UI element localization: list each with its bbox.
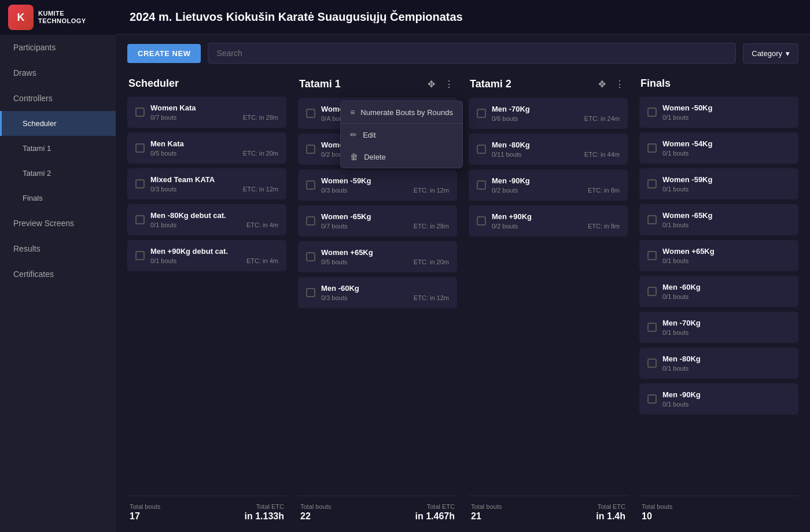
card-name: Women -59Kg [662,175,790,184]
card-checkbox[interactable] [647,323,657,332]
category-dropdown-button[interactable]: Category ▾ [743,43,798,64]
dropdown-item-numerate[interactable]: ≡ Numerate Bouts by Rounds [341,101,462,123]
table-row[interactable]: Men -80Kg 0/11 bouts ETC: in 44m [469,134,628,165]
card-checkbox[interactable] [477,109,486,118]
card-info: Women -65Kg 0/7 bouts ETC: in 28m [321,212,449,230]
sidebar-item-results[interactable]: Results [0,236,116,261]
card-checkbox[interactable] [477,216,486,226]
tatami2-column-actions: ✥ ⋮ [596,77,627,91]
card-info: Men -70Kg 0/1 bouts [662,319,790,336]
table-row[interactable]: Women -59Kg 0/1 bouts [639,168,798,200]
card-checkbox[interactable] [306,216,315,226]
card-checkbox[interactable] [306,252,315,261]
table-row[interactable]: Women Kata 0/7 bouts ETC: in 28m [127,97,286,128]
table-row[interactable]: Women -54Kg 0/1 bouts [639,132,798,164]
card-bouts: 0/1 bouts [662,150,689,157]
table-row[interactable]: Men -90Kg 0/2 bouts ETC: in 8m [469,169,628,201]
sidebar-item-finals[interactable]: Finals [0,186,116,210]
table-row[interactable]: Women -50Kg 0/1 bouts [639,97,798,128]
tatami1-menu-icon[interactable]: ⋮ [442,77,456,91]
table-row[interactable]: Women -59Kg 0/3 bouts ETC: in 12m [298,169,457,201]
tatami1-move-icon[interactable]: ✥ [425,77,437,91]
card-checkbox[interactable] [647,287,657,296]
card-name: Men -70Kg [662,319,790,327]
table-row[interactable]: Men Kata 0/5 bouts ETC: in 20m [127,132,286,164]
table-row[interactable]: Mixed Team KATA 0/3 bouts ETC: in 12m [127,168,286,200]
card-name: Men +90Kg debut cat. [150,247,278,256]
sidebar-item-draws[interactable]: Draws [0,60,116,86]
card-name: Mixed Team KATA [150,175,278,184]
card-checkbox[interactable] [647,215,657,224]
scheduler-column-footer: Total bouts 17 Total ETC in 1.133h [127,496,286,526]
total-bouts-value: 10 [642,511,672,522]
total-etc-stat: Total ETC in 1.467h [415,503,455,522]
card-checkbox[interactable] [647,143,657,153]
total-bouts-label: Total bouts [130,503,160,510]
total-etc-stat: Total ETC in 1.133h [245,503,284,522]
tatami1-column: Tatami 1 ✥ ⋮ Women -A 0/A bouts [292,72,463,532]
card-checkbox[interactable] [647,179,657,189]
table-row[interactable]: Women -65Kg 0/7 bouts ETC: in 28m [298,205,457,237]
table-row[interactable]: Men -60Kg 0/1 bouts [639,276,798,307]
finals-column-header: Finals [639,77,798,90]
sidebar-item-certificates[interactable]: Certificates [0,261,116,287]
card-checkbox[interactable] [306,180,315,190]
card-name: Men -80Kg [662,354,790,363]
dropdown-item-label: Edit [363,131,375,139]
table-row[interactable]: Men -70Kg 0/6 bouts ETC: in 24m [469,98,628,129]
card-bouts: 0/3 bouts [321,187,347,194]
card-etc: ETC: in 20m [414,258,449,265]
card-meta: 0/6 bouts ETC: in 24m [492,115,620,122]
sidebar-item-tatami2[interactable]: Tatami 2 [0,161,116,186]
card-etc: ETC: in 12m [414,294,449,301]
card-meta: 0/3 bouts ETC: in 12m [150,186,278,193]
card-bouts: 0/2 bouts [492,187,518,194]
card-checkbox[interactable] [306,109,315,118]
card-checkbox[interactable] [306,145,315,154]
card-bouts: 0/1 bouts [662,257,689,264]
table-row[interactable]: Women +65Kg 0/1 bouts [639,240,798,271]
card-name: Women -65Kg [321,212,449,221]
table-row[interactable]: Women -65Kg 0/1 bouts [639,204,798,235]
sidebar-item-preview-screens[interactable]: Preview Screens [0,210,116,236]
table-row[interactable]: Men -80Kg 0/1 bouts [639,348,798,379]
card-checkbox[interactable] [135,143,145,153]
card-info: Women -54Kg 0/1 bouts [662,139,790,157]
create-new-button[interactable]: CREATE NEW [127,44,201,63]
search-input[interactable] [208,43,736,64]
card-checkbox[interactable] [135,179,145,189]
dropdown-item-edit[interactable]: ✏ Edit [341,124,462,146]
card-checkbox[interactable] [647,108,657,117]
card-checkbox[interactable] [647,251,657,260]
card-checkbox[interactable] [135,215,145,224]
table-row[interactable]: Women +65Kg 0/5 bouts ETC: in 20m [298,241,457,272]
card-info: Women -59Kg 0/3 bouts ETC: in 12m [321,176,449,194]
dropdown-item-delete[interactable]: 🗑 Delete [341,146,462,168]
card-name: Men Kata [150,139,278,148]
table-row[interactable]: Men -60Kg 0/3 bouts ETC: in 12m [298,277,457,308]
sidebar-item-controllers[interactable]: Controllers [0,86,116,111]
tatami2-move-icon[interactable]: ✥ [596,77,608,91]
card-checkbox[interactable] [647,394,657,404]
card-name: Women Kata [150,104,278,112]
table-row[interactable]: Men -70Kg 0/1 bouts [639,312,798,343]
card-checkbox[interactable] [135,251,145,260]
tatami2-menu-icon[interactable]: ⋮ [613,77,627,91]
sidebar-item-participants[interactable]: Participants [0,35,116,60]
table-row[interactable]: Men -80Kg debut cat. 0/1 bouts ETC: in 4… [127,204,286,235]
card-checkbox[interactable] [647,359,657,368]
card-bouts: 0/1 bouts [662,365,689,372]
card-checkbox[interactable] [477,180,486,190]
card-etc: ETC: in 24m [584,115,620,122]
table-row[interactable]: Men -90Kg 0/1 bouts [639,383,798,415]
sidebar-item-scheduler[interactable]: Scheduler [0,111,116,136]
sidebar-nav: Participants Draws Controllers Scheduler… [0,35,116,532]
card-checkbox[interactable] [306,288,315,297]
table-row[interactable]: Men +90Kg 0/2 bouts ETC: in 8m [469,205,628,237]
card-meta: 0/1 bouts [662,150,790,157]
card-checkbox[interactable] [477,145,486,154]
sidebar-item-tatami1[interactable]: Tatami 1 [0,136,116,161]
card-checkbox[interactable] [135,108,145,117]
card-name: Men -70Kg [492,105,620,113]
table-row[interactable]: Men +90Kg debut cat. 0/1 bouts ETC: in 4… [127,240,286,271]
